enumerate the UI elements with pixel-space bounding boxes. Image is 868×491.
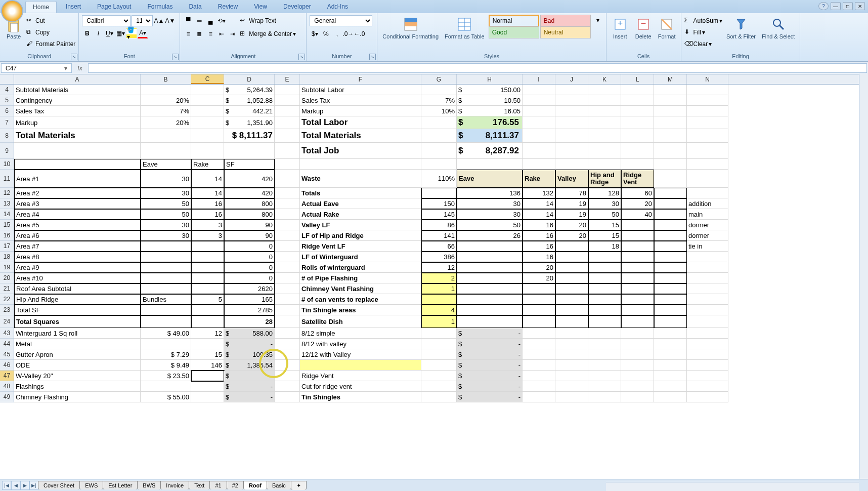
cell-N18[interactable]: [687, 252, 728, 262]
cell-L48[interactable]: [621, 381, 654, 392]
cell-C44[interactable]: [191, 339, 224, 349]
cell-M10[interactable]: [654, 159, 687, 170]
cell-D19[interactable]: 0: [224, 262, 275, 273]
sheet-tab-est-letter[interactable]: Est Letter: [103, 481, 138, 489]
row-header-49[interactable]: 49: [0, 392, 14, 402]
number-format-select[interactable]: General: [310, 15, 372, 26]
cell-K22[interactable]: [588, 294, 621, 305]
cell-L4[interactable]: [621, 85, 654, 95]
cell-B46[interactable]: $ 9.49: [141, 360, 191, 371]
sheet-tab-ews[interactable]: EWS: [79, 481, 103, 489]
cell-H4[interactable]: $150.00: [457, 85, 523, 95]
decrease-decimal[interactable]: ←.0: [354, 29, 364, 39]
cell-M22[interactable]: [654, 294, 687, 305]
cell-M45[interactable]: [654, 349, 687, 360]
tab-nav-last[interactable]: ▶|: [29, 481, 38, 490]
sheet-tab-text[interactable]: Text: [189, 481, 210, 489]
cell-F24[interactable]: Satellite Dish: [300, 315, 421, 328]
cell-G4[interactable]: [421, 85, 457, 95]
cell-J11[interactable]: Valley: [555, 170, 588, 188]
cell-I10[interactable]: [523, 159, 555, 170]
style-normal[interactable]: Normal: [489, 15, 539, 27]
cell-B8[interactable]: [141, 129, 191, 143]
cell-I14[interactable]: 14: [523, 209, 555, 220]
row-header-47[interactable]: 47: [0, 371, 14, 381]
cell-C10[interactable]: Rake: [191, 159, 224, 170]
row-header-6[interactable]: 6: [0, 106, 14, 116]
cell-M13[interactable]: [654, 198, 687, 209]
cell-N8[interactable]: [687, 129, 728, 143]
cell-E19[interactable]: [275, 262, 300, 273]
cell-H17[interactable]: [457, 241, 523, 252]
col-header-F[interactable]: F: [300, 74, 421, 84]
cell-D12[interactable]: 420: [224, 188, 275, 198]
cell-M48[interactable]: [654, 381, 687, 392]
cell-F46[interactable]: [300, 360, 421, 371]
cell-J14[interactable]: 19: [555, 209, 588, 220]
cell-J6[interactable]: [555, 106, 588, 116]
tab-developer[interactable]: Developer: [276, 1, 318, 12]
cell-G10[interactable]: [421, 159, 457, 170]
cell-G12[interactable]: [421, 188, 457, 198]
cell-A18[interactable]: Area #8: [14, 252, 141, 262]
comma-button[interactable]: ,: [332, 29, 342, 39]
cell-A6[interactable]: Sales Tax: [14, 106, 141, 116]
cell-E12[interactable]: [275, 188, 300, 198]
cell-M24[interactable]: [654, 315, 687, 328]
formula-input[interactable]: [88, 63, 867, 73]
cell-F43[interactable]: 8/12 simple: [300, 328, 421, 339]
cell-K49[interactable]: [588, 392, 621, 402]
cell-K24[interactable]: [588, 315, 621, 328]
row-header-13[interactable]: 13: [0, 198, 14, 209]
cell-J13[interactable]: 19: [555, 198, 588, 209]
sheet-tab-#2[interactable]: #2: [227, 481, 244, 489]
cell-F5[interactable]: Sales Tax: [300, 95, 421, 106]
cell-A13[interactable]: Area #3: [14, 198, 141, 209]
cell-H47[interactable]: $-: [457, 371, 523, 381]
cell-F48[interactable]: Cut for ridge vent: [300, 381, 421, 392]
italic-button[interactable]: I: [93, 28, 103, 38]
cell-I18[interactable]: 16: [523, 252, 555, 262]
tab-review[interactable]: Review: [211, 1, 245, 12]
cell-G49[interactable]: [421, 392, 457, 402]
cell-G43[interactable]: [421, 328, 457, 339]
cell-A46[interactable]: ODE: [14, 360, 141, 371]
cell-A7[interactable]: Markup: [14, 116, 141, 129]
cell-C11[interactable]: 14: [191, 170, 224, 188]
tab-home[interactable]: Home: [25, 1, 57, 13]
insert-cells-button[interactable]: +Insert: [610, 15, 631, 53]
cell-K46[interactable]: [588, 360, 621, 371]
cell-A10[interactable]: [14, 159, 141, 170]
cell-I44[interactable]: [523, 339, 555, 349]
cell-K21[interactable]: [588, 283, 621, 294]
cell-K16[interactable]: 15: [588, 230, 621, 241]
cell-I46[interactable]: [523, 360, 555, 371]
cell-G6[interactable]: 10%: [421, 106, 457, 116]
cell-A9[interactable]: [14, 143, 141, 159]
cell-A21[interactable]: Roof Area Subtotal: [14, 283, 141, 294]
cell-H13[interactable]: 30: [457, 198, 523, 209]
cell-D43[interactable]: $588.00: [224, 328, 275, 339]
cell-N47[interactable]: [687, 371, 728, 381]
new-sheet-button[interactable]: ✦: [291, 481, 307, 490]
style-neutral[interactable]: Neutral: [540, 26, 591, 38]
cell-D20[interactable]: 0: [224, 273, 275, 283]
cell-C47[interactable]: [191, 371, 224, 381]
minimize-button[interactable]: —: [831, 2, 841, 10]
cell-I6[interactable]: [523, 106, 555, 116]
cell-E15[interactable]: [275, 220, 300, 230]
col-header-M[interactable]: M: [654, 74, 687, 84]
tab-addins[interactable]: Add-Ins: [320, 1, 355, 12]
cell-I49[interactable]: [523, 392, 555, 402]
cell-G5[interactable]: 7%: [421, 95, 457, 106]
row-header-11[interactable]: 11: [0, 170, 14, 188]
cell-H24[interactable]: [457, 315, 523, 328]
cell-A15[interactable]: Area #5: [14, 220, 141, 230]
col-header-C[interactable]: C: [191, 74, 224, 84]
cell-D14[interactable]: 800: [224, 209, 275, 220]
cell-N7[interactable]: [687, 116, 728, 129]
cell-A47[interactable]: W-Valley 20": [14, 371, 141, 381]
cell-G19[interactable]: 12: [421, 262, 457, 273]
cell-N46[interactable]: [687, 360, 728, 371]
cell-H5[interactable]: $10.50: [457, 95, 523, 106]
